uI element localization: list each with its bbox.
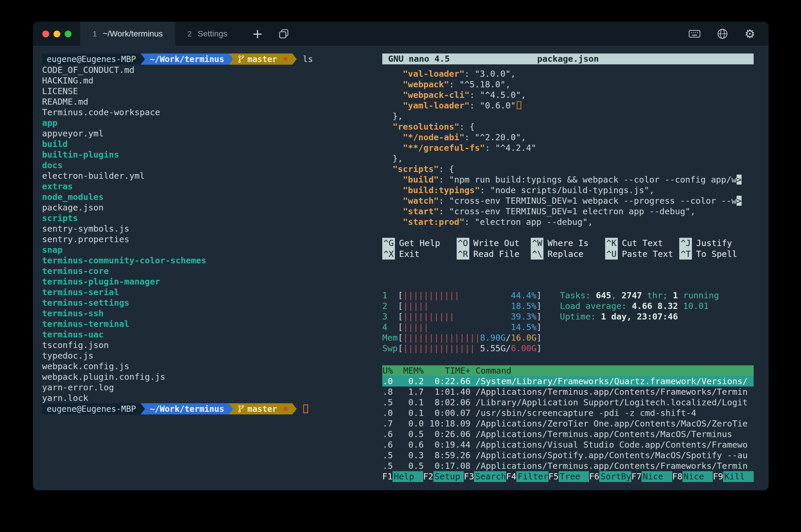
nano-shortcut[interactable]: ^UPaste Text xyxy=(605,249,679,260)
fkey-button[interactable]: F7Nice - xyxy=(631,471,672,482)
fkey-number: F3 xyxy=(464,471,474,482)
process-row[interactable]: .60.60:19.44/Applications/Visual Studio … xyxy=(382,439,754,450)
nano-code-line: }, xyxy=(382,153,754,164)
shortcut-label: To Spell xyxy=(696,249,737,260)
fkey-button[interactable]: F9Kill xyxy=(713,471,754,482)
settings-gear-icon[interactable]: ⚙ xyxy=(745,28,755,40)
nano-shortcut[interactable]: ^OWrite Out xyxy=(457,238,531,249)
nano-shortcut[interactable]: ^TTo Spell xyxy=(679,249,754,260)
right-terminal-pane[interactable]: package.json GNU nano 4.5 "val-loader": … xyxy=(382,46,769,490)
fkey-button[interactable]: F8Nice + xyxy=(672,471,713,482)
process-time: 0:17.08 xyxy=(429,460,470,471)
fkey-label: Tree xyxy=(559,471,589,482)
process-rows: .00.20:22.66/System/Library/Frameworks/Q… xyxy=(382,376,754,471)
text-segment: thr; xyxy=(642,290,673,300)
fkey-number: F2 xyxy=(423,471,433,482)
text-segment: > xyxy=(737,175,742,185)
meter-body: |||||18.5% xyxy=(403,301,536,311)
meter-value: 8.90G/16.0G xyxy=(480,332,536,343)
meter-body: |||||14.5% xyxy=(403,322,536,332)
process-cpu: .6 xyxy=(382,439,393,450)
directory-entry: snap xyxy=(42,245,382,255)
process-time: 0:26.06 xyxy=(429,429,470,439)
tab-work-terminus[interactable]: 1 ~/Work/terminus xyxy=(80,22,175,46)
process-cpu: .7 xyxy=(382,418,393,429)
fkey-button[interactable]: F2Setup xyxy=(423,471,464,482)
directory-entry: terminus-uac xyxy=(42,329,382,340)
nano-shortcut[interactable]: ^KCut Text xyxy=(605,238,679,249)
nano-shortcut[interactable]: ^GGet Help xyxy=(382,238,457,249)
process-time: 8:59.26 xyxy=(429,450,470,460)
meter-body: |||||||||||44.4% xyxy=(403,290,536,301)
text-segment: "start" xyxy=(403,206,439,216)
text-segment: : { xyxy=(459,122,474,132)
globe-icon[interactable] xyxy=(717,28,728,39)
tab-settings[interactable]: 2 Settings xyxy=(175,22,240,46)
fkey-button[interactable]: F1Help xyxy=(382,471,423,482)
process-row[interactable]: .60.50:26.06/Applications/Terminus.app/C… xyxy=(382,429,754,439)
fkey-label: Nice + xyxy=(683,471,713,482)
meter-bracket: [ xyxy=(398,290,403,301)
process-row[interactable]: .00.20:22.66/System/Library/Frameworks/Q… xyxy=(382,376,754,386)
fkey-button[interactable]: F4Filter xyxy=(506,471,548,482)
text-segment: running xyxy=(678,290,719,300)
prompt-path-chip: ~/Work/terminus xyxy=(145,54,229,65)
process-mem: 0.5 xyxy=(403,429,424,439)
process-row[interactable]: .81.71:01.40/Applications/Terminus.app/C… xyxy=(382,386,754,397)
fkey-label: Nice - xyxy=(641,471,672,482)
text-segment: : "^4.5.0", xyxy=(470,90,526,100)
text-segment: Load average: xyxy=(560,301,632,311)
directory-entry: docs xyxy=(42,160,382,170)
shortcut-key: ^O xyxy=(457,238,469,249)
fkey-button[interactable]: F5Tree xyxy=(548,471,589,482)
file-entry: CODE_OF_CONDUCT.md xyxy=(42,65,382,75)
nano-shortcuts-row1: ^GGet Help^OWrite Out^WWhere Is^KCut Tex… xyxy=(382,238,754,249)
process-table-header[interactable]: U% MEM% TIME+ Command xyxy=(382,365,754,376)
maximize-button[interactable] xyxy=(65,31,72,37)
text-segment xyxy=(382,90,403,100)
meter-bracket: ] xyxy=(536,343,541,354)
close-button[interactable] xyxy=(42,31,49,37)
nano-shortcut[interactable]: ^JJustify xyxy=(679,238,754,249)
process-mem: 0.5 xyxy=(403,460,424,471)
process-row[interactable]: .50.18:02.06/Library/Application Support… xyxy=(382,397,754,408)
fkey-number: F4 xyxy=(506,471,516,482)
fkey-number: F9 xyxy=(713,471,723,482)
process-row[interactable]: .00.10:00.07/usr/sbin/screencapture -pdi… xyxy=(382,408,754,418)
file-entry: webpack.config.js xyxy=(42,361,382,372)
process-row[interactable]: .50.50:17.08/Applications/Terminus.app/C… xyxy=(382,460,754,471)
meter-value: 44.4% xyxy=(511,290,536,301)
text-segment: Tasks: xyxy=(560,290,596,300)
typed-command: ls xyxy=(302,54,313,64)
text-segment: "**/graceful-fs" xyxy=(403,143,485,153)
header-mem: MEM% xyxy=(403,365,424,376)
keyboard-icon[interactable] xyxy=(689,30,701,38)
shortcut-key: ^T xyxy=(679,249,692,260)
text-segment: 645 xyxy=(596,290,611,300)
prompt-user: eugene@Eugenes-MBP xyxy=(47,54,136,64)
fkey-number: F8 xyxy=(672,471,683,482)
process-row[interactable]: .70.010:18.09/Applications/ZeroTier One.… xyxy=(382,418,754,429)
process-command: /Library/Application Support/Logitech.lo… xyxy=(476,397,754,408)
text-segment: : "node scripts/build-typings.js", xyxy=(480,185,655,195)
terminal-pane[interactable]: eugene@Eugenes-MBP ~/Work/terminus maste… xyxy=(33,46,382,490)
minimize-button[interactable] xyxy=(54,31,60,37)
text-segment: }, xyxy=(382,111,403,121)
text-segment xyxy=(382,69,403,79)
text-segment xyxy=(382,132,403,142)
git-branch-icon xyxy=(238,405,244,413)
new-tab-icon[interactable]: + xyxy=(252,27,263,40)
fkey-button[interactable]: F3Search xyxy=(464,471,506,482)
nano-shortcut[interactable]: ^WWhere Is xyxy=(531,238,605,249)
fkey-button[interactable]: F6SortBy xyxy=(589,471,631,482)
nano-shortcut[interactable]: ^\Replace xyxy=(531,249,605,260)
text-segment: "scripts" xyxy=(393,164,439,174)
process-row[interactable]: .50.38:59.26/Applications/Spotify.app/Co… xyxy=(382,450,754,460)
prompt-user-chip: eugene@Eugenes-MBP xyxy=(42,54,141,65)
nano-shortcut[interactable]: ^XExit xyxy=(382,249,457,260)
duplicate-tab-icon[interactable] xyxy=(278,28,290,39)
process-time: 0:19.44 xyxy=(429,439,470,450)
meter-bracket: [ xyxy=(398,311,403,322)
process-mem: 0.1 xyxy=(403,408,424,418)
nano-shortcut[interactable]: ^RRead File xyxy=(457,249,531,260)
